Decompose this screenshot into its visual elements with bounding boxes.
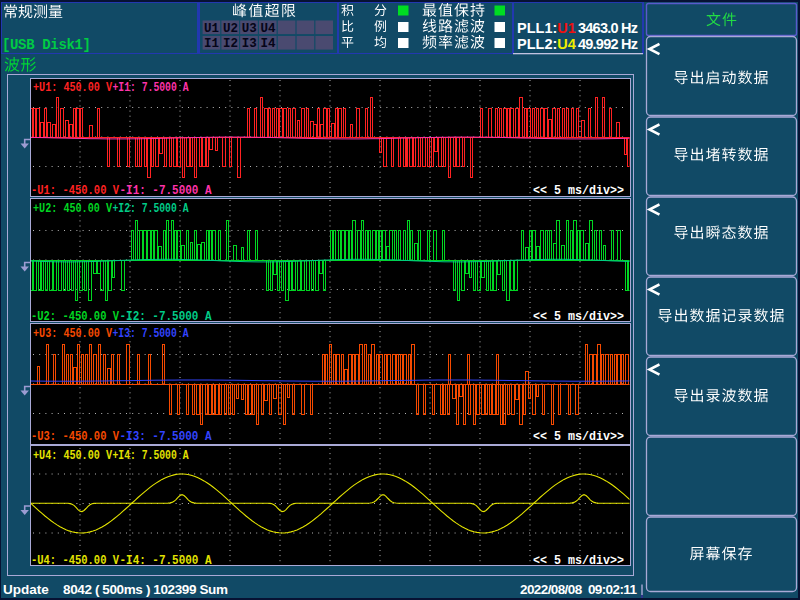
svg-text:I3: I3	[242, 37, 257, 51]
svg-text:PLL1:U1: PLL1:U1	[517, 20, 576, 36]
svg-text:+I3: 7.5000 A: +I3: 7.5000 A	[113, 326, 189, 341]
svg-text:+U1: 450.00 V: +U1: 450.00 V	[33, 80, 112, 95]
svg-text:8042 ( 500ms ) 102399 Sum: 8042 ( 500ms ) 102399 Sum	[63, 582, 228, 597]
svg-text:U2: U2	[223, 22, 238, 36]
svg-text:+U2: 450.00 V: +U2: 450.00 V	[33, 201, 112, 216]
svg-text:-U2: -450.00 V: -U2: -450.00 V	[31, 309, 119, 324]
svg-text:I1: I1	[204, 37, 219, 51]
svg-text:-U3: -450.00 V: -U3: -450.00 V	[31, 429, 119, 444]
svg-text:+U4: 450.00 V: +U4: 450.00 V	[33, 448, 112, 463]
svg-text:+I1: 7.5000 A: +I1: 7.5000 A	[113, 80, 189, 95]
svg-text:<< 5 ms/div>>: << 5 ms/div>>	[533, 309, 624, 324]
svg-text:I4: I4	[261, 37, 277, 51]
svg-text:U1: U1	[204, 22, 219, 36]
svg-text:-U4: -450.00 V: -U4: -450.00 V	[31, 553, 119, 568]
svg-text:2022/08/08 09:02:11: 2022/08/08 09:02:11	[520, 582, 637, 597]
svg-text:<< 5 ms/div>>: << 5 ms/div>>	[533, 183, 624, 198]
svg-text:-U1: -450.00 V: -U1: -450.00 V	[31, 183, 119, 198]
svg-text:+U3: 450.00 V: +U3: 450.00 V	[33, 326, 112, 341]
svg-text:3463.0 Hz: 3463.0 Hz	[578, 20, 638, 36]
svg-text:PLL2:U4: PLL2:U4	[517, 36, 576, 52]
svg-text:-I4: -7.5000 A: -I4: -7.5000 A	[120, 553, 212, 568]
svg-text:[USB Disk1]: [USB Disk1]	[2, 37, 91, 53]
svg-text:-I2: -7.5000 A: -I2: -7.5000 A	[120, 309, 212, 324]
svg-text:+I4: 7.5000 A: +I4: 7.5000 A	[113, 448, 189, 463]
svg-text:<< 5 ms/div>>: << 5 ms/div>>	[533, 429, 624, 444]
svg-text:-I3: -7.5000 A: -I3: -7.5000 A	[120, 429, 212, 444]
svg-text:U4: U4	[261, 22, 277, 36]
svg-text:U3: U3	[242, 22, 257, 36]
svg-text:Update: Update	[3, 582, 49, 597]
svg-text:<< 5 ms/div>>: << 5 ms/div>>	[533, 553, 624, 568]
svg-text:49.992 Hz: 49.992 Hz	[578, 36, 638, 52]
svg-text:-I1: -7.5000 A: -I1: -7.5000 A	[120, 183, 212, 198]
svg-text:I2: I2	[223, 37, 238, 51]
svg-text:+I2: 7.5000 A: +I2: 7.5000 A	[113, 201, 189, 216]
